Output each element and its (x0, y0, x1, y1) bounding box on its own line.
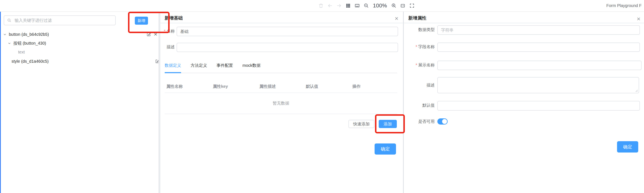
enabled-label: 是否可用 (404, 118, 435, 125)
col-header-prop-desc: 属性描述 (258, 84, 304, 89)
tree-node-label: text (18, 50, 25, 54)
confirm-button[interactable]: 确定 (617, 141, 638, 153)
panel-splitter[interactable] (158, 12, 160, 193)
name-input[interactable] (176, 27, 398, 36)
zoom-level-label: 100% (372, 2, 388, 9)
field-name-label: *字段名称 (404, 42, 435, 51)
delete-node-icon[interactable]: × (154, 31, 157, 37)
data-type-label: 数据类型 (404, 25, 435, 34)
edit-node-icon[interactable] (146, 32, 151, 37)
zoom-in-icon[interactable] (391, 3, 396, 8)
col-header-prop-name: 属性名称 (165, 84, 211, 89)
dialog-header-divider (160, 23, 403, 23)
props-table-header: 属性名称 属性key 属性描述 默认值 操作 (165, 80, 397, 93)
tree-row-style[interactable]: style (ds_d1a460c5) × (0, 57, 169, 66)
zoom-out-icon[interactable] (364, 3, 369, 8)
tree-row-anniu[interactable]: 按钮 (button_430) (0, 39, 165, 48)
switch-knob (442, 119, 447, 124)
panel-accent-line (0, 12, 1, 193)
tab-method-definition[interactable]: 方法定义 (190, 63, 207, 68)
desc-label: 描述 (404, 77, 435, 93)
tree-row-button[interactable]: button (ds_b64c92b5) × (0, 30, 160, 39)
tab-track (165, 73, 397, 73)
tab-data-definition[interactable]: 数据定义 (165, 63, 181, 68)
component-tree-panel: 新增 button (ds_b64c92b5) × 按钮 (button_430… (0, 12, 158, 193)
add-attribute-dialog: 新增属性 × 数据类型 *字段名称 *展示名称 描述 默认值 是否可用 确定 (404, 12, 644, 193)
desc-field-label: 描述 (160, 43, 175, 51)
dialog-tabs: 数据定义 方法定义 事件配置 mock数据 (165, 63, 260, 68)
data-type-input[interactable] (437, 25, 640, 35)
keyboard-icon[interactable] (354, 3, 360, 8)
search-icon (7, 18, 12, 23)
product-title: Form Playground F (606, 0, 644, 11)
canvas-toolbar: 100% (318, 0, 415, 11)
default-value-label: 默认值 (404, 101, 435, 110)
enabled-toggle[interactable] (437, 118, 448, 125)
desc-textarea-wrap (437, 77, 639, 93)
tab-mock-data[interactable]: mock数据 (242, 63, 260, 68)
trash-icon[interactable] (318, 3, 324, 8)
undo-arrow-icon[interactable] (327, 3, 333, 8)
dialog-title: 新增基础 (165, 15, 183, 21)
resize-handle-icon[interactable] (635, 89, 638, 92)
required-asterisk: * (164, 29, 166, 33)
dialog-title: 新增属性 (408, 15, 426, 21)
tree-row-text[interactable]: text (0, 47, 176, 56)
default-value-input[interactable] (437, 101, 640, 111)
display-name-input[interactable] (437, 61, 642, 70)
grid-icon[interactable] (345, 3, 351, 8)
table-empty-state: 暂无数据 (165, 93, 397, 114)
required-asterisk: * (416, 44, 417, 49)
tree-search-field (4, 15, 116, 25)
close-icon[interactable]: × (637, 16, 640, 22)
col-header-actions: 操作 (351, 84, 397, 89)
add-base-dialog: 新增基础 × *名称 描述 数据定义 方法定义 事件配置 mock数据 属性名称… (160, 12, 403, 193)
field-name-input[interactable] (437, 42, 640, 52)
add-node-button[interactable]: 新增 (135, 17, 148, 25)
display-name-label: *展示名称 (404, 61, 435, 69)
top-bar: 100% Form Playground F (0, 0, 644, 11)
close-icon[interactable]: × (395, 15, 398, 21)
search-input[interactable] (14, 18, 112, 23)
col-header-prop-key: 属性key (211, 84, 258, 89)
dialog-header-divider (404, 23, 644, 23)
tree-node-label: style (ds_d1a460c5) (12, 59, 48, 64)
split-view-icon[interactable] (400, 3, 406, 8)
tab-event-config[interactable]: 事件配置 (216, 63, 233, 68)
required-asterisk: * (416, 63, 417, 67)
redo-arrow-icon[interactable] (336, 3, 342, 8)
desc-textarea[interactable] (437, 77, 639, 93)
chevron-down-icon[interactable] (3, 32, 7, 36)
confirm-button[interactable]: 确定 (374, 144, 396, 155)
fullscreen-icon[interactable] (409, 3, 415, 8)
tree-node-label: button (ds_b64c92b5) (9, 32, 49, 37)
tab-active-indicator (165, 72, 181, 73)
tree-node-label: 按钮 (button_430) (14, 40, 46, 46)
add-property-button[interactable]: 添加 (379, 120, 397, 128)
name-field-label: *名称 (160, 27, 175, 35)
quick-add-button[interactable]: 快速添加 (348, 120, 374, 128)
desc-input[interactable] (176, 43, 398, 52)
col-header-default: 默认值 (304, 84, 351, 89)
chevron-down-icon[interactable] (8, 41, 11, 45)
